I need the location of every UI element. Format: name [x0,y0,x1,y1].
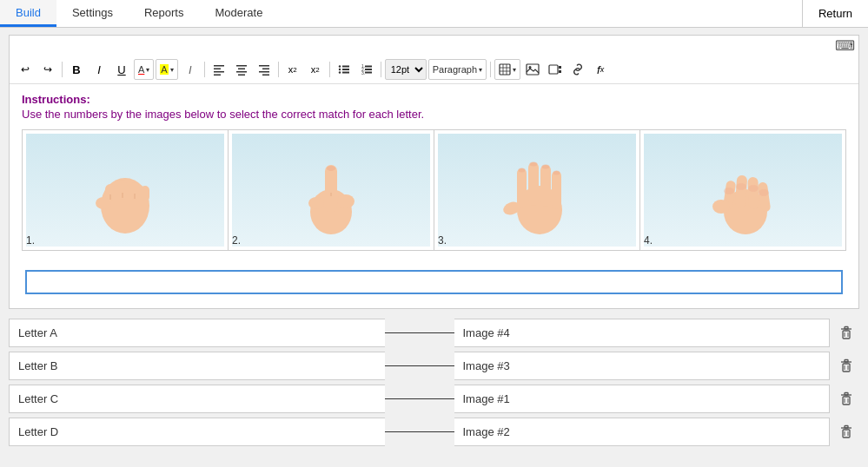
image-number-1: 1. [26,234,35,247]
svg-rect-51 [528,162,539,206]
svg-rect-29 [527,64,539,75]
match-row-1: Letter B Image #3 [9,351,859,380]
svg-rect-53 [552,171,561,209]
match-right-3: Image #2 [454,418,831,446]
delete-row-1-button[interactable] [833,351,859,380]
font-color-dropdown[interactable]: A ▾ [134,59,154,80]
match-left-1: Letter B [9,352,385,380]
editor-container: ⌨ ↩ ↪ B I U A ▾ A [9,35,859,309]
svg-rect-13 [342,66,349,68]
nav-item-build[interactable]: Build [0,0,56,27]
table-dropdown[interactable]: ▾ [494,59,520,80]
svg-point-64 [712,200,730,214]
svg-point-57 [542,164,550,168]
superscript-button[interactable]: x2 [282,59,303,80]
match-left-3: Letter D [9,418,385,446]
trash-icon-1 [838,358,854,373]
underline-button[interactable]: U [111,59,132,80]
svg-point-16 [338,71,340,73]
svg-rect-74 [843,364,850,372]
svg-rect-21 [365,69,372,70]
trash-icon-0 [838,325,854,340]
link-button[interactable] [567,59,588,80]
top-navigation: Build Settings Reports Moderate Return [0,0,868,28]
image-icon [526,63,540,76]
svg-rect-19 [365,66,372,68]
svg-rect-50 [517,168,527,208]
svg-rect-8 [259,65,269,67]
hand-image-1 [26,134,224,247]
separator-2 [204,62,205,77]
svg-point-46 [308,197,324,209]
undo-button[interactable]: ↩ [15,59,36,80]
nav-item-reports[interactable]: Reports [129,0,200,27]
match-row-2: Letter C Image #1 [9,384,859,413]
match-right-0: Image #4 [454,319,831,347]
match-left-0: Letter A [9,319,385,347]
align-right-button[interactable] [254,59,275,80]
media-icon [548,63,562,76]
nav-item-moderate[interactable]: Moderate [199,0,278,27]
separator-4 [329,62,330,77]
align-left-button[interactable] [209,59,229,80]
instructions-text: Use the numbers by the images below to s… [22,108,846,121]
svg-rect-79 [843,397,850,405]
svg-point-67 [748,185,759,192]
svg-point-56 [530,161,538,166]
trash-icon-2 [838,391,854,406]
delete-row-3-button[interactable] [833,417,859,446]
svg-text:3.: 3. [361,70,365,76]
svg-rect-24 [500,64,510,75]
highlight-dropdown[interactable]: A ▾ [156,59,177,80]
svg-rect-76 [845,360,848,363]
bold-button[interactable]: B [66,59,87,80]
table-icon [499,63,511,76]
answer-input[interactable] [27,272,841,292]
bullets-button[interactable] [334,59,354,80]
align-right-icon [258,63,270,76]
redo-button[interactable]: ↪ [37,59,58,80]
editor-body[interactable]: Instructions: Use the numbers by the ima… [10,84,858,260]
image-cell-2: 2. [229,130,434,250]
svg-rect-3 [214,75,221,76]
svg-point-68 [759,189,769,196]
delete-row-2-button[interactable] [833,384,859,413]
svg-rect-23 [365,72,372,74]
image-cell-1: 1. [23,130,229,250]
match-line-2 [385,398,454,399]
svg-point-55 [519,168,526,172]
align-left-icon [213,63,225,76]
nav-item-settings[interactable]: Settings [56,0,129,27]
trash-icon-3 [838,424,854,439]
svg-rect-38 [141,186,149,201]
align-center-button[interactable] [231,59,252,80]
match-left-2: Letter C [9,385,385,413]
subscript-button[interactable]: x2 [305,59,326,80]
numbered-list-button[interactable]: 1.2.3. [356,59,377,80]
return-button[interactable]: Return [802,0,868,27]
separator-5 [381,62,381,77]
bullets-icon [338,63,350,76]
images-row: 1. [22,129,846,251]
svg-rect-2 [214,71,224,73]
svg-rect-84 [843,430,850,437]
italic-button[interactable]: I [89,59,109,80]
link-icon [571,63,585,76]
function-button[interactable]: fx [590,59,611,80]
italic2-button[interactable]: I [180,59,201,80]
match-row-3: Letter D Image #2 [9,417,859,446]
answer-input-area[interactable] [25,270,843,294]
hand-sign-b-svg [292,141,370,240]
svg-rect-4 [236,65,247,67]
toolbar: ↩ ↪ B I U A ▾ A ▾ I [10,56,858,84]
match-line-1 [385,365,454,366]
delete-row-0-button[interactable] [833,318,859,347]
font-size-select[interactable]: 12pt 10pt 14pt 16pt 18pt [385,59,427,80]
media-button[interactable] [545,59,566,80]
image-button[interactable] [522,59,543,80]
match-right-2: Image #1 [454,385,831,413]
svg-point-12 [338,65,340,67]
svg-rect-62 [747,176,759,208]
match-right-1: Image #3 [454,352,831,380]
paragraph-dropdown[interactable]: Paragraph ▾ [428,59,487,80]
